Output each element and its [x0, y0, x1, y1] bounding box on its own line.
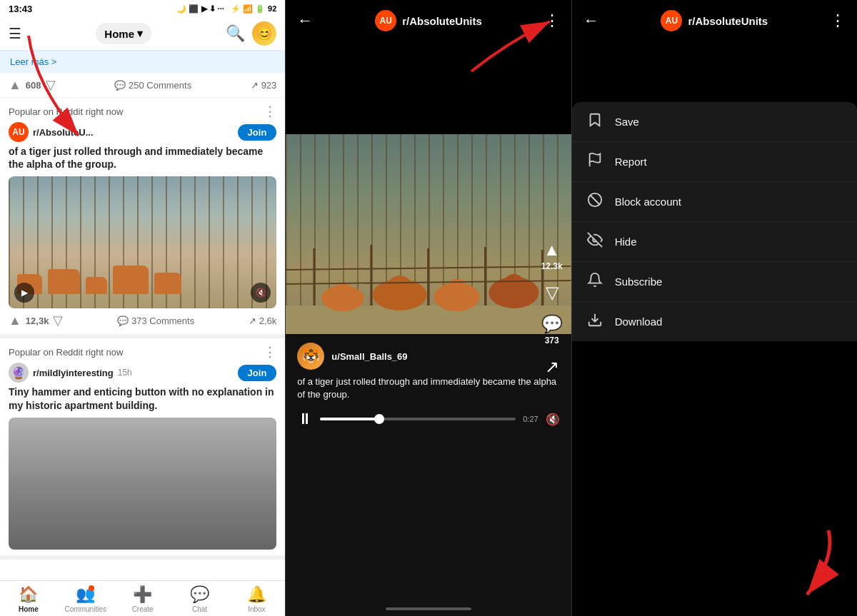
post2-comment[interactable]: 💬 373 Comments	[117, 315, 194, 326]
video-upvote[interactable]: ▲ 12.3k	[541, 239, 563, 271]
vote-count: 608	[26, 80, 41, 91]
post3-title: Tiny hammer and enticing button with no …	[9, 385, 276, 411]
join-btn-3[interactable]: Join	[238, 365, 277, 381]
play-pause-btn[interactable]: ⏸	[297, 410, 313, 428]
panel-menu: ← AU r/AbsoluteUnits ⋮	[572, 0, 857, 616]
menu-back-button[interactable]: ←	[583, 11, 599, 30]
progress-fill	[320, 418, 379, 420]
svg-point-5	[389, 276, 411, 293]
menu-subscribe-label: Subscribe	[615, 276, 663, 288]
more-dots-1[interactable]: ⋮	[264, 103, 276, 119]
post3-image[interactable]	[9, 418, 276, 550]
volume-btn[interactable]: 🔇	[546, 413, 560, 426]
menu-video-area: Save Report Block account	[572, 41, 857, 341]
menu-video-top: ← AU r/AbsoluteUnits ⋮	[572, 0, 857, 41]
chevron-down-icon: ▾	[137, 27, 143, 40]
post2-title: of a tiger just rolled through and immed…	[9, 145, 276, 171]
home-dropdown[interactable]: Home ▾	[96, 23, 151, 44]
more-dots-2[interactable]: ⋮	[264, 344, 276, 360]
menu-item-download[interactable]: Download	[572, 302, 857, 341]
save-icon	[586, 112, 603, 131]
menu-item-subscribe[interactable]: Subscribe	[572, 262, 857, 302]
video-bottom-area: 🐯 u/Small_Balls_69 of a tiger just rolle…	[286, 334, 571, 602]
tiger-scene	[286, 206, 571, 334]
back-button[interactable]: ←	[297, 11, 313, 30]
subreddit-header-name: r/AbsoluteUnits	[402, 15, 482, 27]
post2-meta: AU r/AbsoluteU...	[9, 122, 94, 142]
section-header-2: Popular on Reddit right now ⋮	[0, 338, 285, 363]
video-share[interactable]: ↗	[545, 356, 559, 376]
communities-nav-label: Communities	[65, 605, 106, 613]
comment-btn[interactable]: 💬 250 Comments	[114, 80, 191, 91]
post2-upvote[interactable]: ▲	[9, 313, 21, 328]
subreddit-name-3[interactable]: r/mildlyinteresting	[33, 368, 114, 378]
post2-header: AU r/AbsoluteU... Join	[9, 122, 276, 142]
nav-communities[interactable]: 👥 Communities	[57, 585, 114, 613]
post2-share[interactable]: ↗ 2,6k	[249, 315, 277, 326]
post2-vote: ▲ 12,3k ▽	[9, 313, 63, 328]
menu-hide-label: Hide	[615, 236, 637, 248]
learn-more-bar[interactable]: Leer más >	[0, 51, 285, 73]
menu-item-hide[interactable]: Hide	[572, 222, 857, 262]
feed-content: Leer más > ▲ 608 ▽ 💬 250 Comments ↗ 923 …	[0, 51, 285, 580]
post2-downvote[interactable]: ▽	[53, 313, 63, 328]
three-dots-button[interactable]: ⋮	[544, 11, 560, 30]
menu-save-label: Save	[615, 116, 639, 128]
post3-time: 15h	[118, 368, 132, 378]
video-thumbnail[interactable]	[286, 134, 571, 334]
vote-section: ▲ 608 ▽	[9, 77, 56, 93]
nav-inbox[interactable]: 🔔 Inbox	[228, 585, 285, 613]
video-controls: ⏸ 0:27 🔇	[297, 407, 559, 431]
svg-point-9	[504, 274, 524, 291]
subreddit-avatar-3: 🔮	[9, 363, 29, 383]
menu-item-save[interactable]: Save	[572, 102, 857, 142]
progress-bar[interactable]	[320, 418, 516, 420]
chat-nav-label: Chat	[192, 605, 207, 613]
downvote-icon: ▽	[546, 282, 558, 302]
nav-home[interactable]: 🏠 Home	[0, 585, 57, 613]
hamburger-icon[interactable]: ☰	[9, 25, 21, 42]
search-icon[interactable]: 🔍	[226, 24, 245, 43]
downvote-btn[interactable]: ▽	[46, 77, 56, 93]
section-title-1: Popular on Reddit right now	[9, 106, 123, 117]
upvote-icon: ▲	[543, 239, 561, 259]
share-btn[interactable]: ↗ 923	[251, 80, 277, 91]
join-btn-2[interactable]: Join	[238, 124, 277, 141]
upvote-btn[interactable]: ▲	[9, 78, 21, 93]
menu-subreddit-header: AU r/AbsoluteUnits	[661, 10, 768, 31]
home-label: Home	[104, 28, 134, 40]
bottom-nav: 🏠 Home 👥 Communities ➕ Create 💬 Chat 🔔 I…	[0, 580, 285, 616]
subscribe-icon	[586, 272, 603, 291]
post2-image[interactable]: ▶ 🔇	[9, 176, 276, 308]
panel-feed: 13:43 🌙 ⬛ ▶ ⬇ ··· ⚡ 📶 🔋92 ☰ Home ▾ 🔍 😊 L…	[0, 0, 285, 616]
video-downvote[interactable]: ▽	[546, 282, 558, 302]
menu-item-block[interactable]: Block account	[572, 182, 857, 222]
section-header-1: Popular on Reddit right now ⋮	[0, 98, 285, 122]
nav-create[interactable]: ➕ Create	[114, 585, 171, 613]
status-time: 13:43	[9, 4, 32, 14]
create-nav-label: Create	[132, 605, 154, 613]
menu-three-dots[interactable]: ⋮	[830, 11, 846, 30]
svg-point-3	[334, 283, 351, 297]
subreddit-name-2[interactable]: r/AbsoluteU...	[33, 127, 94, 138]
video-comment[interactable]: 💬 373	[541, 313, 563, 345]
subreddit-avatar-2: AU	[9, 122, 29, 142]
nav-chat[interactable]: 💬 Chat	[171, 585, 229, 613]
video-area: ▲ 12.3k ▽ 💬 373 ↗ 🐯 u/Small_Balls_69 of …	[286, 41, 571, 602]
home-indicator	[286, 602, 571, 616]
video-black-top	[286, 41, 571, 134]
menu-subreddit-icon: AU	[661, 10, 682, 31]
section-title-2: Popular on Reddit right now	[9, 347, 123, 358]
avatar[interactable]: 😊	[252, 21, 276, 46]
red-arrow-3	[743, 516, 850, 609]
video-user-avatar[interactable]: 🐯	[297, 343, 324, 370]
status-bar: 13:43 🌙 ⬛ ▶ ⬇ ··· ⚡ 📶 🔋92	[0, 0, 285, 17]
menu-block-label: Block account	[615, 196, 681, 208]
video-user-row: 🐯 u/Small_Balls_69	[297, 343, 559, 370]
svg-line-32	[590, 196, 599, 205]
menu-subreddit-name: r/AbsoluteUnits	[688, 15, 768, 27]
video-user-name[interactable]: u/Small_Balls_69	[331, 351, 407, 362]
menu-item-report[interactable]: Report	[572, 142, 857, 182]
post3-meta: 🔮 r/mildlyinteresting 15h	[9, 363, 132, 383]
home-nav-icon: 🏠	[19, 585, 38, 604]
